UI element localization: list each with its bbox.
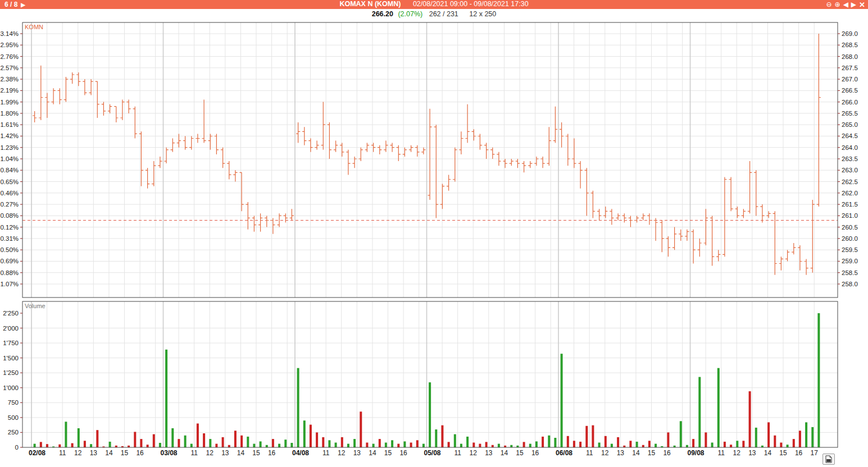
svg-text:14: 14 <box>369 449 376 457</box>
panel-legends: KOMNVolume <box>25 24 46 309</box>
svg-text:04/08: 04/08 <box>292 449 309 457</box>
svg-text:0.65%: 0.65% <box>0 178 19 185</box>
svg-text:262.0: 262.0 <box>842 190 858 196</box>
prev-icon[interactable]: ◀ <box>843 1 849 9</box>
svg-text:1.23%: 1.23% <box>0 144 19 151</box>
svg-text:14: 14 <box>237 449 245 457</box>
svg-text:2'250: 2'250 <box>3 310 19 317</box>
svg-text:-0.69%: -0.69% <box>0 258 19 264</box>
svg-text:258.5: 258.5 <box>842 269 858 276</box>
svg-text:02/08: 02/08 <box>29 449 46 457</box>
svg-text:263.0: 263.0 <box>842 167 858 173</box>
close-icon[interactable]: ✕ <box>858 1 866 9</box>
svg-text:260.0: 260.0 <box>842 235 858 242</box>
svg-text:03/08: 03/08 <box>160 449 177 457</box>
svg-text:09/08: 09/08 <box>687 449 704 457</box>
svg-text:1.99%: 1.99% <box>0 99 19 106</box>
svg-text:15: 15 <box>252 449 260 457</box>
svg-text:13: 13 <box>353 449 361 457</box>
svg-text:1'000: 1'000 <box>3 384 19 391</box>
svg-text:16: 16 <box>531 449 539 457</box>
svg-text:12: 12 <box>206 449 214 457</box>
svg-text:259.0: 259.0 <box>842 258 858 264</box>
svg-text:-0.12%: -0.12% <box>0 224 19 231</box>
svg-text:1.80%: 1.80% <box>0 110 19 117</box>
svg-text:1.61%: 1.61% <box>0 121 19 128</box>
bid-ask: 262 / 231 <box>429 10 458 18</box>
svg-text:-0.31%: -0.31% <box>0 235 19 242</box>
svg-text:14: 14 <box>105 449 113 457</box>
svg-text:12: 12 <box>470 449 478 457</box>
export-button[interactable] <box>822 454 835 465</box>
last-price: 266.20 <box>372 10 393 18</box>
trading-chart-window: 6 / 8 ▶ KOMAX N (KOMN) 02/08/2021 09:00 … <box>0 0 868 467</box>
svg-text:KOMN: KOMN <box>25 24 43 30</box>
svg-text:258.0: 258.0 <box>842 281 858 287</box>
svg-text:16: 16 <box>268 449 276 457</box>
svg-text:11: 11 <box>59 449 66 457</box>
svg-text:264.5: 264.5 <box>842 132 858 139</box>
quote-size: 12 x 250 <box>469 10 496 18</box>
svg-text:0.27%: 0.27% <box>0 201 19 208</box>
svg-text:266.5: 266.5 <box>842 87 858 94</box>
svg-text:250: 250 <box>8 429 19 436</box>
instrument-title: KOMAX N (KOMN) <box>339 0 401 8</box>
svg-text:05/08: 05/08 <box>424 449 440 457</box>
change-percent: (2.07%) <box>398 10 422 18</box>
svg-text:13: 13 <box>748 449 756 457</box>
title-bar: 6 / 8 ▶ KOMAX N (KOMN) 02/08/2021 09:00 … <box>0 0 868 9</box>
svg-text:1'750: 1'750 <box>3 340 19 346</box>
svg-text:262.5: 262.5 <box>842 178 858 185</box>
volume-axis: 2'2502'0001'7501'5001'2501'0007505002500 <box>3 310 22 451</box>
svg-text:2.38%: 2.38% <box>0 76 19 83</box>
svg-text:15: 15 <box>779 449 787 457</box>
svg-text:261.0: 261.0 <box>842 212 858 219</box>
svg-text:13: 13 <box>485 449 493 457</box>
svg-text:11: 11 <box>322 449 330 457</box>
svg-text:0.08%: 0.08% <box>0 212 19 219</box>
svg-text:13: 13 <box>221 449 229 457</box>
x-axis-labels: 02/0811121314151603/0811121314151604/081… <box>29 449 818 457</box>
chart-canvas[interactable]: 3.14%2.95%2.76%2.57%2.38%2.19%1.99%1.80%… <box>0 0 868 467</box>
svg-text:2.57%: 2.57% <box>0 65 19 71</box>
svg-text:-0.50%: -0.50% <box>0 246 19 253</box>
svg-text:265.5: 265.5 <box>842 110 858 117</box>
svg-text:12: 12 <box>601 449 609 457</box>
svg-text:0: 0 <box>15 444 19 451</box>
zoom-in-icon[interactable]: ⊕ <box>834 1 841 9</box>
svg-text:259.5: 259.5 <box>842 246 858 253</box>
price-axis-right: 269.0268.5268.0267.5267.0266.5266.0265.5… <box>838 30 858 287</box>
svg-text:15: 15 <box>121 449 129 457</box>
zoom-out-icon[interactable]: ⊖ <box>826 1 833 9</box>
svg-text:16: 16 <box>136 449 144 457</box>
svg-text:260.5: 260.5 <box>842 224 858 231</box>
svg-text:16: 16 <box>795 449 803 457</box>
svg-text:12: 12 <box>338 449 346 457</box>
svg-text:15: 15 <box>384 449 392 457</box>
svg-text:261.5: 261.5 <box>842 201 858 208</box>
title-area: KOMAX N (KOMN) 02/08/2021 09:00 - 09/08/… <box>0 0 868 9</box>
svg-text:Volume: Volume <box>25 303 46 309</box>
svg-text:2'000: 2'000 <box>3 325 19 332</box>
quote-line: 266.20 (2.07%) 262 / 231 12 x 250 <box>0 10 868 20</box>
svg-text:1'500: 1'500 <box>3 355 19 361</box>
svg-text:750: 750 <box>8 399 19 406</box>
svg-text:2.19%: 2.19% <box>0 87 19 94</box>
svg-text:13: 13 <box>90 449 98 457</box>
svg-text:500: 500 <box>8 414 19 421</box>
next-icon[interactable]: ▶ <box>851 1 857 9</box>
svg-text:17: 17 <box>811 449 819 457</box>
svg-text:267.0: 267.0 <box>842 76 858 83</box>
svg-text:2.76%: 2.76% <box>0 53 19 60</box>
svg-text:268.0: 268.0 <box>842 53 858 60</box>
svg-text:13: 13 <box>617 449 625 457</box>
price-axis-left: 3.14%2.95%2.76%2.57%2.38%2.19%1.99%1.80%… <box>0 30 22 287</box>
svg-text:266.0: 266.0 <box>842 99 858 106</box>
svg-text:0.46%: 0.46% <box>0 190 19 196</box>
svg-text:269.0: 269.0 <box>842 30 858 37</box>
svg-text:16: 16 <box>663 449 671 457</box>
svg-text:1.04%: 1.04% <box>0 155 19 162</box>
svg-text:3.14%: 3.14% <box>0 30 19 37</box>
document-icon <box>825 455 832 463</box>
svg-text:11: 11 <box>586 449 593 457</box>
